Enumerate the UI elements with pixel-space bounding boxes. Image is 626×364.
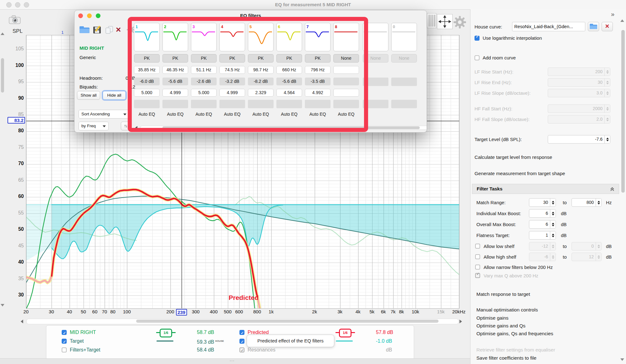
filter-7-graph[interactable]: 7: [305, 23, 331, 51]
flatness-target-field[interactable]: 1: [529, 231, 556, 240]
expand-panel-icon[interactable]: »: [611, 11, 614, 18]
stepper-icon[interactable]: [550, 231, 556, 239]
optimise-gains-qs-button[interactable]: Optimise gains and Qs: [476, 323, 526, 329]
filter-7-gain-field[interactable]: -3.5 dB: [305, 78, 331, 85]
filter-5-auto-eq-button[interactable]: Auto EQ: [248, 112, 274, 117]
generate-measurement-button[interactable]: Generate measurement from target shape: [475, 171, 565, 176]
stepper-icon[interactable]: [550, 199, 556, 206]
hf-fall-start-field[interactable]: 2000: [548, 104, 610, 113]
filters-scrollbar-thumb[interactable]: [162, 126, 420, 129]
horizontal-scrollbar[interactable]: [26, 319, 459, 324]
filter-3-auto-eq-button[interactable]: Auto EQ: [191, 112, 217, 117]
filter-7-slider[interactable]: [305, 100, 331, 108]
main-titlebar[interactable]: EQ for measurement 5 MID RIGHT: [0, 0, 626, 10]
filter-2-type-button[interactable]: PK: [162, 54, 188, 63]
house-curve-clear-button[interactable]: ×: [602, 22, 613, 31]
filter-1-frequency-field[interactable]: 35.85 Hz: [134, 66, 160, 74]
filter-4-auto-eq-button[interactable]: Auto EQ: [219, 112, 245, 117]
sidebar-scroll-down-icon[interactable]: [620, 358, 624, 361]
allow-high-shelf-checkbox[interactable]: [475, 254, 480, 259]
filter-7-q-field[interactable]: 4.992: [305, 89, 331, 97]
filter-9-graph[interactable]: 9: [363, 23, 388, 51]
stepper-icon[interactable]: [604, 78, 610, 86]
filter-3-gain-field[interactable]: -2.6 dB: [191, 78, 217, 85]
vary-max-q-checkbox[interactable]: [475, 273, 480, 278]
scroll-left-icon[interactable]: [21, 320, 23, 323]
filter-4-slider[interactable]: [219, 100, 245, 108]
filter-6-gain-field[interactable]: -5.6 dB: [276, 78, 302, 85]
filter-3-type-button[interactable]: PK: [191, 54, 217, 63]
eq-filters-dialog[interactable]: EQ filters × MID RIGHT Generic Headroom:…: [74, 10, 427, 133]
filter-0-type-button[interactable]: None: [391, 54, 417, 63]
stepper-icon[interactable]: [550, 220, 556, 228]
filter-5-type-button[interactable]: PK: [248, 54, 274, 63]
filter-4-frequency-field[interactable]: 74.5 Hz: [219, 66, 245, 74]
stepper-icon[interactable]: [596, 242, 601, 250]
filter-8-slider[interactable]: [333, 100, 359, 108]
scroll-down-icon[interactable]: [1, 304, 4, 306]
filter-6-graph[interactable]: 6: [276, 23, 302, 51]
open-filters-icon[interactable]: [79, 25, 90, 35]
filter-4-graph[interactable]: 4: [219, 23, 245, 51]
low-shelf-to-field[interactable]: 0: [572, 242, 602, 250]
filter-5-slider[interactable]: [248, 100, 274, 108]
lf-rise-slope-field[interactable]: 3.0: [548, 89, 610, 97]
predicted-checkbox[interactable]: [239, 330, 244, 335]
filter-4-type-button[interactable]: PK: [219, 54, 245, 63]
filter-5-frequency-field[interactable]: 98.7 Hz: [248, 66, 274, 74]
mid-right-checkbox[interactable]: [62, 330, 67, 335]
filter-2-slider[interactable]: [162, 100, 188, 108]
filter-4-q-field[interactable]: 4.999: [219, 89, 245, 97]
high-shelf-from-field[interactable]: -6: [529, 253, 556, 261]
filter-tasks-header[interactable]: Filter Tasks: [472, 184, 619, 194]
filter-8-frequency-field[interactable]: [333, 66, 359, 74]
target-level-field[interactable]: -7.6: [548, 135, 610, 144]
stepper-icon[interactable]: [596, 199, 601, 206]
sort-key-dropdown[interactable]: by Freq: [79, 122, 109, 130]
stepper-icon[interactable]: [550, 242, 556, 250]
filter-3-frequency-field[interactable]: 51.1 Hz: [191, 66, 217, 74]
filter-6-slider[interactable]: [276, 100, 302, 108]
match-range-to-field[interactable]: 800: [572, 198, 602, 207]
filter-5-q-field[interactable]: 2.329: [248, 89, 274, 97]
delete-filters-icon[interactable]: ×: [116, 25, 121, 35]
filter-8-graph[interactable]: 8: [333, 23, 359, 51]
filter-1-type-button[interactable]: PK: [134, 54, 160, 63]
allow-low-shelf-checkbox[interactable]: [475, 244, 480, 249]
lf-rise-start-field[interactable]: 200: [548, 68, 610, 76]
filter-2-frequency-field[interactable]: 46.35 Hz: [162, 66, 188, 74]
stepper-icon[interactable]: [604, 68, 610, 76]
filter-bars-icon[interactable]: [427, 13, 436, 28]
filter-6-type-button[interactable]: PK: [276, 54, 302, 63]
predicted-effect-checkbox[interactable]: [239, 339, 244, 344]
resize-grip[interactable]: ⋯: [223, 358, 242, 364]
stepper-icon[interactable]: [604, 115, 610, 123]
match-range-from-field[interactable]: 30: [529, 198, 556, 207]
low-shelf-from-field[interactable]: -12: [529, 242, 556, 250]
filter-2-auto-eq-button[interactable]: Auto EQ: [162, 112, 188, 117]
pan-tool-icon[interactable]: [437, 14, 453, 29]
filter-3-slider[interactable]: [191, 100, 217, 108]
hf-fall-slope-field[interactable]: 2.0: [548, 115, 610, 124]
filter-6-auto-eq-button[interactable]: Auto EQ: [276, 112, 302, 117]
stepper-icon[interactable]: [604, 105, 610, 113]
filter-1-gain-field[interactable]: -6.0 dB: [134, 78, 160, 85]
capture-graph-icon[interactable]: [8, 14, 21, 26]
filter-9-slider[interactable]: [363, 100, 388, 108]
filter-1-graph[interactable]: 1: [134, 23, 160, 51]
calculate-target-level-button[interactable]: Calculate target level from response: [475, 154, 552, 160]
filter-8-gain-field[interactable]: [333, 78, 359, 85]
filter-1-q-field[interactable]: 5.000: [134, 89, 160, 97]
filter-2-graph[interactable]: 2: [162, 23, 188, 51]
reverse-sort-icon[interactable]: ↑↓: [121, 122, 130, 130]
horizontal-scrollbar-thumb[interactable]: [136, 320, 439, 323]
chart-settings-gear-icon[interactable]: [453, 16, 466, 30]
filter-0-slider[interactable]: [391, 100, 417, 108]
filter-6-q-field[interactable]: 4.564: [276, 89, 302, 97]
filter-8-auto-eq-button[interactable]: Auto EQ: [333, 112, 359, 117]
filter-7-type-button[interactable]: PK: [305, 54, 331, 63]
filters-scroll-left-icon[interactable]: [135, 126, 137, 129]
filter-5-graph[interactable]: 5: [248, 23, 274, 51]
scroll-right-icon[interactable]: [459, 320, 462, 323]
filter-1-slider[interactable]: [134, 100, 160, 108]
